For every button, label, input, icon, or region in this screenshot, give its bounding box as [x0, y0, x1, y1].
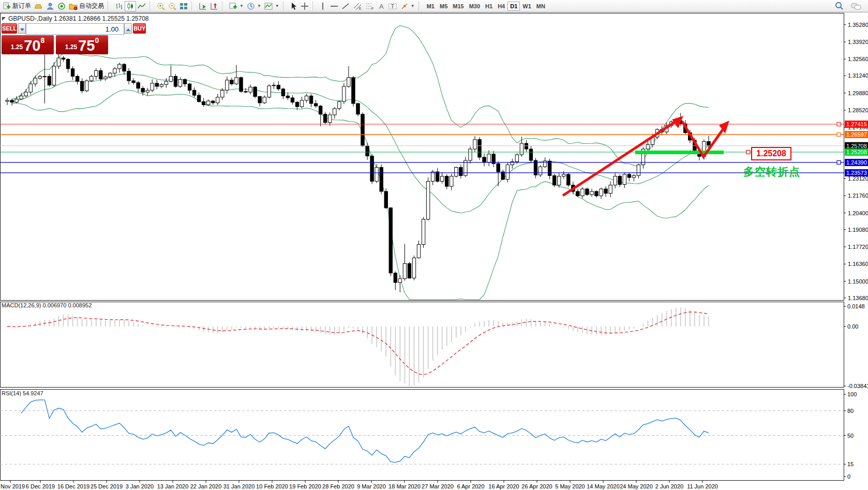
candle-body [525, 143, 528, 149]
candle-body [445, 176, 448, 187]
candle-body [455, 167, 458, 176]
candle-body [258, 97, 261, 103]
cursor-tool-button[interactable] [289, 1, 299, 11]
rsi-label: RSI(14) 54.9247 [2, 390, 43, 396]
time-axis-label: 14 May 2020 [587, 483, 620, 489]
candle-body [141, 88, 144, 92]
candle-body [361, 114, 364, 146]
text-label-tool-button[interactable]: T [386, 1, 399, 11]
candle-body [29, 84, 32, 92]
timeframe-m15[interactable]: M15 [450, 2, 466, 11]
vertical-line-tool-button[interactable] [318, 1, 328, 11]
candle-body [66, 59, 69, 68]
candlestick-icon [126, 2, 134, 10]
candle-body [632, 175, 635, 177]
candle-body [506, 165, 509, 180]
profiles-button[interactable]: ▼ [245, 1, 263, 11]
crosshair-tool-button[interactable] [299, 1, 310, 11]
price-axis-label: 1.13680 [848, 295, 868, 301]
collapse-one-click-icon[interactable] [2, 17, 6, 21]
rsi-axis-label: 15 [847, 461, 854, 467]
autotrading-button[interactable]: 自动交易 [67, 1, 106, 11]
horizontal-line-tool-button[interactable] [328, 1, 340, 11]
sell-button[interactable]: SELL [2, 23, 17, 34]
chevron-down-icon: ▼ [257, 4, 261, 8]
buy-button[interactable]: BUY [133, 23, 146, 34]
buy-price-point: 0 [95, 36, 99, 44]
turning-point-annotation[interactable]: 多空转折点 [743, 165, 800, 179]
candle-body [389, 208, 392, 273]
candle-body [562, 174, 565, 176]
profile-button[interactable] [44, 1, 56, 11]
zoom-in-icon [157, 2, 165, 10]
candle-body [483, 157, 486, 162]
timeframe-h1[interactable]: H1 [483, 2, 495, 11]
candle-body [324, 114, 327, 123]
timeframe-m30[interactable]: M30 [467, 2, 483, 11]
text-tool-button[interactable]: A [376, 1, 386, 11]
time-axis-label: 31 Jan 2020 [223, 483, 255, 489]
timeframe-d1[interactable]: D1 [507, 2, 520, 11]
candle-body [291, 98, 294, 102]
clock-icon [247, 2, 255, 10]
buy-price-display[interactable]: 1.25 75 0 [56, 35, 108, 54]
chart-title: GBPUSD-,Daily 1.26381 1.26866 1.25525 1.… [2, 15, 149, 22]
candle-body [286, 96, 289, 98]
tile-windows-button[interactable] [178, 1, 189, 11]
toolbar-separator [312, 2, 317, 11]
timeframe-h4[interactable]: H4 [495, 2, 507, 11]
arrows-tool-button[interactable]: ▼ [399, 1, 416, 11]
one-click-trading-panel: SELL BUY 1.25 70 8 1.25 75 0 [2, 23, 110, 54]
channel-tool-button[interactable]: E [351, 1, 364, 11]
price-tag-label: 1.23573 [846, 170, 867, 176]
fibonacci-tool-button[interactable]: F [364, 1, 376, 11]
shapes-icon [400, 2, 409, 10]
candle-body [272, 85, 275, 86]
candle-body [197, 95, 200, 101]
candle-body [183, 80, 186, 84]
timeframe-mn[interactable]: MN [534, 2, 548, 11]
new-order-button[interactable]: 新订单 [1, 1, 33, 11]
candle-body [375, 167, 378, 181]
candle-body [627, 174, 631, 177]
candle-body [333, 109, 336, 115]
candle-body [127, 71, 130, 81]
candle-body [20, 96, 23, 99]
market-watch-button[interactable] [33, 1, 44, 11]
time-axis-label: 25 Dec 2019 [91, 483, 123, 489]
bar-chart-type-button[interactable] [113, 1, 125, 11]
timeframe-m5[interactable]: M5 [437, 2, 450, 11]
auto-scroll-button[interactable] [197, 1, 208, 11]
chat-button[interactable] [849, 1, 863, 11]
search-button[interactable] [833, 1, 845, 11]
new-chart-button[interactable]: ▼ [228, 1, 245, 11]
candle-body [95, 70, 98, 76]
indicators-button[interactable]: ▼ [263, 1, 281, 11]
macd-axis-label: 0.0148 [847, 303, 865, 309]
candle-body [90, 76, 93, 81]
chart-shift-button[interactable] [208, 1, 220, 11]
candle-body [552, 175, 556, 185]
candlestick-chart-type-button[interactable] [125, 1, 136, 11]
timeframe-m1[interactable]: M1 [424, 2, 437, 11]
zoom-in-button[interactable] [155, 1, 167, 11]
buy-price-major: 1.25 [65, 43, 77, 51]
zoom-out-button[interactable] [167, 1, 178, 11]
sell-price-display[interactable]: 1.25 70 8 [2, 35, 54, 54]
candle-body [146, 90, 149, 92]
price-tag-label: 1.24390 [846, 159, 867, 166]
trendline-tool-button[interactable] [340, 1, 351, 11]
candle-body [515, 155, 518, 161]
volume-input[interactable] [26, 23, 124, 35]
timeframe-w1[interactable]: W1 [520, 2, 534, 11]
price-chart[interactable]: 1.352801.339201.325601.312401.298801.285… [0, 0, 868, 490]
line-chart-type-button[interactable] [136, 1, 147, 11]
signals-icon-button[interactable] [56, 1, 67, 11]
candle-body [412, 258, 415, 278]
price-axis-label: 1.28520 [848, 107, 868, 113]
volume-increase-button[interactable] [124, 23, 132, 34]
support-price-label[interactable]: 1.25208 [751, 147, 791, 160]
candle-body [253, 87, 257, 96]
chevron-down-icon: ▼ [411, 4, 415, 8]
volume-decrease-button[interactable] [18, 23, 26, 34]
